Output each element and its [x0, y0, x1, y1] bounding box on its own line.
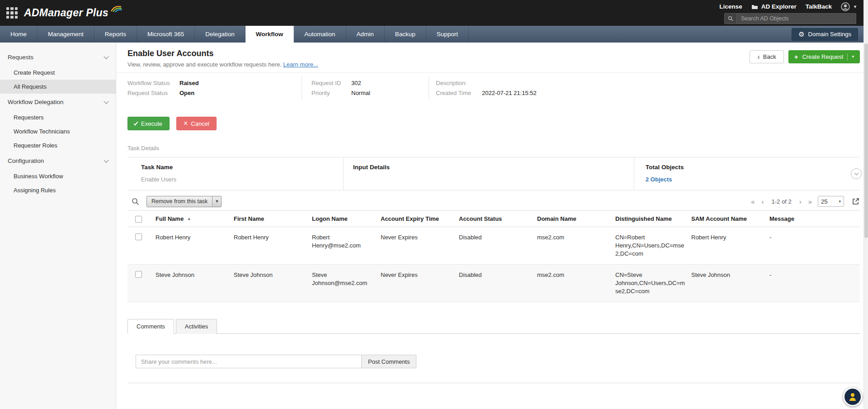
- total-objects-link[interactable]: 2 Objects: [646, 176, 672, 183]
- objects-toolbar: Remove from this task ▼ « ‹ 1-2 of 2 › »…: [127, 195, 860, 208]
- request-info-panel: Workflow Status Raised Request Status Op…: [116, 72, 868, 103]
- column-header-logon-name[interactable]: Logon Name: [312, 211, 381, 227]
- cell-first-name: Steve Johnson: [234, 265, 312, 302]
- comment-input[interactable]: [136, 355, 362, 368]
- domain-settings-button[interactable]: ⚙ Domain Settings: [792, 28, 858, 41]
- workflow-status-value: Raised: [179, 80, 199, 87]
- row-checkbox[interactable]: [135, 271, 142, 278]
- sidebar-item-create-request[interactable]: Create Request: [0, 66, 116, 80]
- nav-tab-backup[interactable]: Backup: [385, 26, 426, 43]
- table-search-icon[interactable]: [132, 198, 139, 205]
- sidebar-sections: RequestsCreate RequestAll RequestsWorkfl…: [0, 49, 116, 197]
- workflow-status-label: Workflow Status: [127, 80, 179, 87]
- cell-distinguished-name: CN=Robert Henry,CN=Users,DC=mse2,DC=com: [615, 227, 691, 265]
- column-header-sam-account-name[interactable]: SAM Account Name: [691, 211, 769, 227]
- cell-logon-name: Robert Henry@mse2.com: [312, 227, 381, 265]
- column-header-account-expiry-time[interactable]: Account Expiry Time: [381, 211, 459, 227]
- admanager-plus-logo[interactable]: ADManager Plus: [24, 7, 122, 19]
- column-label: Distinguished Name: [615, 215, 672, 222]
- post-comments-button[interactable]: Post Comments: [362, 355, 416, 368]
- cancel-button[interactable]: × Cancel: [176, 117, 217, 130]
- close-icon: ×: [184, 120, 188, 127]
- sidebar-item-requesters[interactable]: Requesters: [0, 110, 116, 124]
- task-name-value: Enable Users: [141, 176, 343, 183]
- main-content: Enable User Accounts View, review, appro…: [116, 43, 868, 409]
- plus-icon: +: [794, 53, 798, 60]
- sidebar-section-workflow-delegation[interactable]: Workflow Delegation: [0, 94, 116, 110]
- prev-page-button[interactable]: ‹: [761, 198, 765, 205]
- column-label: SAM Account Name: [691, 215, 747, 222]
- first-page-button[interactable]: «: [750, 198, 755, 205]
- cell-sam-account-name: Steve Johnson: [691, 265, 769, 302]
- sidebar-section-configuration[interactable]: Configuration: [0, 152, 116, 169]
- table-row: Steve JohnsonSteve JohnsonSteve Johnson@…: [127, 265, 860, 302]
- sidebar-item-workflow-technicians[interactable]: Workflow Technicians: [0, 124, 116, 138]
- back-button[interactable]: ‹ Back: [750, 50, 783, 63]
- ad-explorer-link[interactable]: AD Explorer: [751, 3, 797, 10]
- sidebar-item-business-workflow[interactable]: Business Workflow: [0, 169, 116, 183]
- tab-comments[interactable]: Comments: [127, 319, 174, 334]
- input-details-value: [353, 176, 634, 183]
- folder-icon: [751, 4, 758, 10]
- column-header-distinguished-name[interactable]: Distinguished Name: [615, 211, 691, 227]
- last-page-button[interactable]: »: [807, 198, 813, 205]
- create-request-button[interactable]: + Create Request ▾: [788, 50, 860, 63]
- topbar: ADManager Plus License AD Explorer TalkB…: [0, 0, 868, 26]
- sidebar-item-requester-roles[interactable]: Requester Roles: [0, 138, 116, 152]
- table-row: Robert HenryRobert HenryRobert Henry@mse…: [127, 227, 860, 265]
- page-scrollbar[interactable]: [863, 0, 868, 409]
- select-all-checkbox[interactable]: [135, 216, 142, 223]
- nav-tab-management[interactable]: Management: [38, 26, 94, 43]
- column-header-message[interactable]: Message: [769, 211, 860, 227]
- nav-tab-home[interactable]: Home: [0, 26, 38, 43]
- license-link[interactable]: License: [719, 3, 742, 10]
- remove-from-task-button[interactable]: Remove from this task ▼: [146, 196, 222, 207]
- column-header-first-name[interactable]: First Name: [234, 211, 312, 227]
- request-status-value: Open: [179, 90, 194, 97]
- cell-full-name: Robert Henry: [156, 227, 234, 265]
- column-header-account-status[interactable]: Account Status: [459, 211, 537, 227]
- scrollbar-thumb[interactable]: [864, 43, 868, 238]
- column-header-domain-name[interactable]: Domain Name: [537, 211, 615, 227]
- sidebar-item-assigning-rules[interactable]: Assigning Rules: [0, 183, 116, 197]
- description-label: Description:: [436, 80, 482, 87]
- sidebar-section-requests[interactable]: Requests: [0, 49, 116, 66]
- cell-message: -: [769, 227, 860, 265]
- nav-tab-admin[interactable]: Admin: [346, 26, 385, 43]
- chevron-down-icon: ▾: [839, 200, 841, 204]
- search-input[interactable]: [737, 15, 856, 22]
- chat-support-button[interactable]: [843, 387, 862, 406]
- export-icon[interactable]: [852, 197, 860, 205]
- nav-tabs: HomeManagementReportsMicrosoft 365Delega…: [0, 26, 469, 43]
- total-objects-header: Total Objects: [646, 164, 860, 171]
- request-id-value: 302: [351, 80, 361, 87]
- nav-tab-automation[interactable]: Automation: [294, 26, 346, 43]
- column-label: Full Name: [156, 215, 184, 222]
- user-menu[interactable]: ▾: [841, 2, 856, 11]
- nav-tab-microsoft-365[interactable]: Microsoft 365: [137, 26, 195, 43]
- nav-tab-reports[interactable]: Reports: [94, 26, 137, 43]
- execute-button[interactable]: Execute: [127, 117, 170, 130]
- row-checkbox[interactable]: [135, 233, 142, 240]
- column-header-full-name[interactable]: Full Name▲: [156, 211, 234, 227]
- cell-full-name: Steve Johnson: [156, 265, 234, 302]
- next-page-button[interactable]: ›: [798, 198, 802, 205]
- nav-tab-support[interactable]: Support: [426, 26, 469, 43]
- section-label: Requests: [8, 54, 33, 61]
- cell-first-name: Robert Henry: [234, 227, 312, 265]
- talkback-link[interactable]: TalkBack: [806, 3, 832, 10]
- page-size-select[interactable]: 25 ▾: [818, 196, 844, 207]
- cell-account-expiry-time: Never Expires: [381, 265, 459, 302]
- sidebar-item-all-requests[interactable]: All Requests: [0, 80, 116, 94]
- nav-tab-delegation[interactable]: Delegation: [195, 26, 245, 43]
- search-icon[interactable]: [725, 14, 737, 24]
- apps-grid-icon[interactable]: [6, 7, 18, 19]
- learn-more-link[interactable]: Learn more...: [283, 61, 318, 68]
- gear-icon: ⚙: [798, 31, 804, 38]
- collapse-chevron-button[interactable]: [851, 168, 862, 179]
- nav-tab-workflow[interactable]: Workflow: [245, 26, 294, 43]
- logo-swoosh-icon: [110, 4, 122, 12]
- column-label: Message: [769, 215, 794, 222]
- tab-activities[interactable]: Activities: [176, 319, 217, 334]
- brand-text: ADManager Plus: [24, 7, 108, 19]
